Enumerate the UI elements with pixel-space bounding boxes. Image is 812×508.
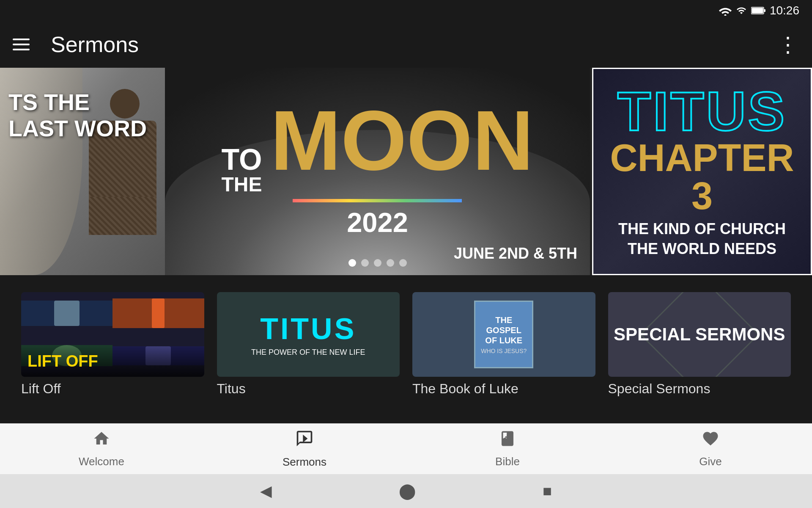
hamburger-button[interactable] bbox=[13, 32, 38, 57]
titus-card-title: TITUS bbox=[260, 312, 356, 346]
svg-rect-2 bbox=[764, 9, 765, 12]
bible-icon bbox=[499, 430, 516, 452]
clock: 10:26 bbox=[770, 4, 799, 17]
battery-icon bbox=[751, 6, 765, 15]
titus-subtitle: THE KIND OF CHURCH THE WORLD NEEDS bbox=[606, 219, 798, 259]
series-name-titus: Titus bbox=[217, 381, 400, 397]
series-card-titus[interactable]: TITUS THE POWER OF THE NEW LIFE Titus bbox=[217, 292, 400, 397]
titus-chapter: CHAPTER 3 bbox=[606, 139, 798, 215]
hamburger-line-1 bbox=[13, 39, 30, 40]
bottom-navigation: Welcome Sermons Bible Give bbox=[0, 423, 812, 474]
recents-button[interactable]: ■ bbox=[543, 482, 552, 500]
nav-label-give: Give bbox=[699, 455, 721, 468]
home-button[interactable]: ⬤ bbox=[399, 482, 416, 500]
status-icons: 10:26 bbox=[719, 4, 799, 17]
carousel-dot-1[interactable] bbox=[348, 259, 356, 267]
give-icon bbox=[702, 430, 719, 452]
carousel-slide-moon[interactable]: TO THE MOON 2022 JUNE 2ND & 5TH bbox=[165, 68, 590, 275]
carousel-dot-5[interactable] bbox=[399, 259, 407, 267]
nav-label-sermons: Sermons bbox=[283, 456, 326, 469]
event-date: JUNE 2ND & 5TH bbox=[454, 245, 577, 262]
luke-book-subtitle: WHO IS JESUS? bbox=[481, 348, 527, 354]
lift-off-label: LIFT OFF bbox=[27, 352, 98, 370]
welcome-icon bbox=[93, 430, 110, 452]
carousel-dot-3[interactable] bbox=[374, 259, 381, 267]
series-card-luke[interactable]: THE GOSPEL OF LUKE WHO IS JESUS? The Boo… bbox=[412, 292, 595, 397]
titus-title: TITUS bbox=[617, 84, 787, 139]
moon-text-block: TO THE MOON 2022 bbox=[221, 105, 533, 238]
nav-item-sermons[interactable]: Sermons bbox=[203, 429, 406, 469]
luke-book-cover: THE GOSPEL OF LUKE WHO IS JESUS? bbox=[474, 301, 533, 368]
carousel-dot-2[interactable] bbox=[361, 259, 369, 267]
hamburger-line-2 bbox=[13, 44, 30, 45]
to-text: TO bbox=[221, 145, 262, 174]
last-word-text: TS THE LAST WORD bbox=[8, 89, 161, 141]
rainbow-divider bbox=[293, 199, 462, 202]
nav-label-bible: Bible bbox=[495, 455, 520, 468]
svg-rect-1 bbox=[752, 8, 763, 14]
svg-marker-3 bbox=[303, 435, 307, 442]
titus-card-sub: THE POWER OF THE NEW LIFE bbox=[251, 348, 365, 357]
moon-word: MOON bbox=[270, 105, 533, 177]
nav-item-welcome[interactable]: Welcome bbox=[0, 430, 203, 468]
signal-icon bbox=[736, 6, 747, 16]
sermons-icon bbox=[295, 429, 314, 452]
series-name-lift-off: Lift Off bbox=[21, 381, 204, 397]
the-text: THE bbox=[221, 174, 262, 195]
series-grid: LIFT OFF Lift Off TITUS THE POWER OF THE… bbox=[0, 275, 812, 405]
series-card-lift-off[interactable]: LIFT OFF Lift Off bbox=[21, 292, 204, 397]
hero-carousel: TS THE LAST WORD TO THE MOON 2022 bbox=[0, 68, 812, 275]
back-button[interactable]: ◀ bbox=[260, 482, 272, 500]
year-text: 2022 bbox=[221, 207, 533, 238]
carousel-dot-4[interactable] bbox=[387, 259, 394, 267]
hamburger-line-3 bbox=[13, 49, 30, 50]
series-name-special: Special Sermons bbox=[608, 381, 791, 397]
series-name-luke: The Book of Luke bbox=[412, 381, 595, 397]
luke-book-title: THE GOSPEL OF LUKE bbox=[480, 315, 528, 345]
page-title: Sermons bbox=[51, 32, 777, 57]
carousel-indicators bbox=[348, 259, 407, 267]
more-options-button[interactable]: ⋮ bbox=[777, 34, 799, 55]
nav-label-welcome: Welcome bbox=[79, 455, 124, 468]
carousel-slide-titus[interactable]: TITUS CHAPTER 3 THE KIND OF CHURCH THE W… bbox=[592, 68, 812, 275]
system-navigation: ◀ ⬤ ■ bbox=[0, 474, 812, 508]
status-bar: 10:26 bbox=[0, 0, 812, 21]
nav-item-bible[interactable]: Bible bbox=[406, 430, 609, 468]
carousel-slide-last-word[interactable]: TS THE LAST WORD bbox=[0, 68, 165, 275]
app-bar: Sermons ⋮ bbox=[0, 21, 812, 68]
special-label: SPECIAL SERMONS bbox=[614, 324, 785, 344]
nav-item-give[interactable]: Give bbox=[609, 430, 812, 468]
wifi-icon bbox=[719, 6, 732, 16]
series-card-special[interactable]: SPECIAL SERMONS Special Sermons bbox=[608, 292, 791, 397]
